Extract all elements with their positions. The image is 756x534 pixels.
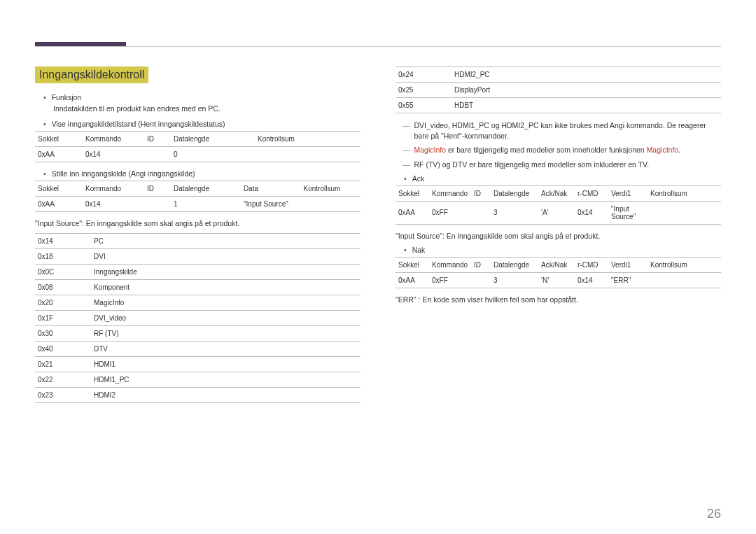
td: 1 xyxy=(171,197,241,212)
th-kontrollsum: Kontrollsum xyxy=(255,132,360,147)
code-name: MagicInfo xyxy=(91,295,360,311)
code-value: 0x25 xyxy=(396,83,451,98)
code-name: Inngangskilde xyxy=(91,265,360,280)
code-value: 0x0C xyxy=(35,265,91,280)
th-rcmd: r-CMD xyxy=(575,185,608,201)
code-name: HDMI2_PC xyxy=(451,67,721,83)
td: 0x14 xyxy=(83,147,144,162)
code-value: 0x14 xyxy=(35,234,91,249)
td xyxy=(301,197,361,212)
th-kommando: Kommando xyxy=(429,185,471,201)
bullet-vise: Vise inngangskildetilstand (Hent inngang… xyxy=(35,120,360,128)
th-kontrollsum: Kontrollsum xyxy=(301,181,361,197)
code-value: 0x08 xyxy=(35,280,91,295)
magicinfo-red: MagicInfo xyxy=(414,146,447,154)
code-name: DVI_video xyxy=(91,311,360,326)
td xyxy=(471,272,491,288)
td xyxy=(144,197,171,212)
note-part: . xyxy=(678,146,680,154)
code-name: DTV xyxy=(91,342,360,357)
code-name: RF (TV) xyxy=(91,326,360,342)
bullet-ack: Ack xyxy=(396,174,721,183)
code-value: 0x24 xyxy=(396,67,451,83)
td: "ERR" xyxy=(608,272,648,288)
td: 0xFF xyxy=(429,201,471,224)
th-datalengde: Datalengde xyxy=(171,181,241,197)
td xyxy=(255,147,360,162)
td: 0xFF xyxy=(429,272,471,288)
code-value: 0x20 xyxy=(35,295,91,311)
td: 0xAA xyxy=(35,197,83,212)
th-kommando: Kommando xyxy=(83,132,144,147)
th-kontrollsum: Kontrollsum xyxy=(648,257,721,272)
main-content: Inngangskildekontroll Funksjon Inndataki… xyxy=(35,66,721,410)
header-rule xyxy=(35,46,721,47)
bullet-text: Funksjon xyxy=(52,93,82,101)
table-codes-right: 0x24HDMI2_PC0x25DisplayPort0x55HDBT xyxy=(396,66,721,113)
table-nak: Sokkel Kommando ID Datalengde Ack/Nak r-… xyxy=(396,257,721,288)
td: 'A' xyxy=(538,201,575,224)
th-acknak: Ack/Nak xyxy=(538,185,575,201)
note-text: MagicInfo er bare tilgjengelig med model… xyxy=(414,145,681,155)
code-name: HDBT xyxy=(451,98,721,113)
note-1: DVI_video, HDMI1_PC og HDMI2_PC kan ikke… xyxy=(396,120,721,141)
td: 0xAA xyxy=(396,201,429,224)
code-value: 0x18 xyxy=(35,249,91,265)
code-name: PC xyxy=(91,234,360,249)
magicinfo-red: MagicInfo xyxy=(647,146,679,154)
td: "Input Source" xyxy=(608,201,648,224)
note-part: er bare tilgjengelig med modeller som in… xyxy=(446,146,647,154)
td xyxy=(648,201,721,224)
note-text: DVI_video, HDMI1_PC og HDMI2_PC kan ikke… xyxy=(414,120,722,141)
td: 0x14 xyxy=(575,272,608,288)
right-column: 0x24HDMI2_PC0x25DisplayPort0x55HDBT DVI_… xyxy=(396,66,721,410)
th-data: Data xyxy=(241,181,301,197)
td xyxy=(648,272,721,288)
code-value: 0x40 xyxy=(35,342,91,357)
td: 3 xyxy=(491,201,538,224)
th-sokkel: Sokkel xyxy=(396,185,429,201)
code-name: DVI xyxy=(91,249,360,265)
code-name: HDMI2 xyxy=(91,388,360,403)
bullet-funksjon: Funksjon xyxy=(35,93,360,101)
funksjon-desc: Inndatakilden til en produkt kan endres … xyxy=(35,104,360,113)
th-sokkel: Sokkel xyxy=(35,181,83,197)
code-name: DisplayPort xyxy=(451,83,721,98)
code-value: 0x30 xyxy=(35,326,91,342)
desc1: "Input Source": En inngangskilde som ska… xyxy=(35,219,360,227)
table-get-status: Sokkel Kommando ID Datalengde Kontrollsu… xyxy=(35,131,360,162)
code-value: 0x21 xyxy=(35,357,91,372)
th-kontrollsum: Kontrollsum xyxy=(648,185,721,201)
th-sokkel: Sokkel xyxy=(396,257,429,272)
table-ack: Sokkel Kommando ID Datalengde Ack/Nak r-… xyxy=(396,185,721,225)
code-name: HDMI1 xyxy=(91,357,360,372)
bullet-text: Nak xyxy=(412,246,426,254)
code-value: 0x22 xyxy=(35,372,91,388)
th-verdi1: Verdi1 xyxy=(608,257,648,272)
td: 0xAA xyxy=(396,272,429,288)
th-rcmd: r-CMD xyxy=(575,257,608,272)
code-value: 0x1F xyxy=(35,311,91,326)
th-id: ID xyxy=(471,185,491,201)
th-datalengde: Datalengde xyxy=(491,257,538,272)
left-column: Inngangskildekontroll Funksjon Inndataki… xyxy=(35,66,360,410)
page-number: 26 xyxy=(707,507,721,521)
td xyxy=(144,147,171,162)
td: 0xAA xyxy=(35,147,83,162)
code-name: HDMI1_PC xyxy=(91,372,360,388)
table-set-source: Sokkel Kommando ID Datalengde Data Kontr… xyxy=(35,181,360,212)
table-codes-left: 0x14PC0x18DVI0x0CInngangskilde0x08Kompon… xyxy=(35,233,360,403)
desc3: "ERR" : En kode som viser hvilken feil s… xyxy=(396,295,721,304)
note-2: MagicInfo er bare tilgjengelig med model… xyxy=(396,145,721,155)
td: 3 xyxy=(491,272,538,288)
bullet-nak: Nak xyxy=(396,246,721,254)
th-kommando: Kommando xyxy=(83,181,144,197)
th-id: ID xyxy=(144,181,171,197)
desc2: "Input Source": En inngangskilde som ska… xyxy=(396,232,721,240)
note-text: RF (TV) og DTV er bare tilgjengelig med … xyxy=(414,160,650,170)
bullet-text: Stille inn inngangskilde (Angi inngangsk… xyxy=(52,169,195,178)
section-title: Inngangskildekontroll xyxy=(35,66,148,83)
bullet-stille: Stille inn inngangskilde (Angi inngangsk… xyxy=(35,169,360,178)
td: "Input Source" xyxy=(241,197,301,212)
bullet-text: Vise inngangskildetilstand (Hent inngang… xyxy=(52,120,225,128)
